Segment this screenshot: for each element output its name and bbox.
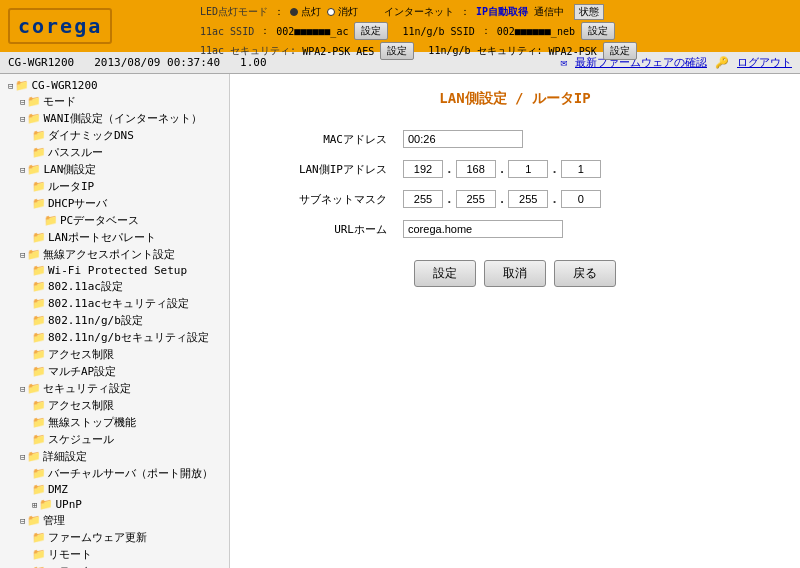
sidebar-item-pcdb[interactable]: 📁 PCデータベース	[0, 212, 229, 229]
sidebar-item-router-ip[interactable]: 📁 ルータIP	[0, 178, 229, 195]
sidebar-item-upnp[interactable]: ⊞ 📁 UPnP	[0, 497, 229, 512]
folder-icon-wap: 📁	[27, 248, 41, 261]
security-11n-label: 11n/g/b セキュリティ:	[428, 44, 542, 58]
sidebar-item-virtual-server[interactable]: 📁 バーチャルサーバ（ポート開放）	[0, 465, 229, 482]
folder-icon-remote: 📁	[32, 548, 46, 561]
security-11ac-set-button[interactable]: 設定	[380, 42, 414, 60]
sidebar-item-dmz[interactable]: 📁 DMZ	[0, 482, 229, 497]
led-off-radio[interactable]	[327, 8, 335, 16]
lan-ip-3-input[interactable]	[508, 160, 548, 178]
lan-ip-cell: . . .	[395, 154, 755, 184]
mac-label: MACアドレス	[275, 124, 395, 154]
ssid-11ac-set-button[interactable]: 設定	[354, 22, 388, 40]
sidebar-item-detail[interactable]: ⊟ 📁 詳細設定	[0, 448, 229, 465]
lan-ip-4-input[interactable]	[561, 160, 601, 178]
expand-icon-wan: ⊟	[20, 114, 25, 124]
sidebar-item-status[interactable]: 📁 ステータス	[0, 563, 229, 568]
colon2: ：	[460, 5, 470, 19]
sidebar-item-lan[interactable]: ⊟ 📁 LAN側設定	[0, 161, 229, 178]
lan-ip-1-input[interactable]	[403, 160, 443, 178]
internet-status: IP自動取得	[476, 5, 528, 19]
lan-ip-label: LAN側IPアドレス	[275, 154, 395, 184]
folder-icon-11ac: 📁	[32, 280, 46, 293]
folder-icon-upnp: 📁	[39, 498, 53, 511]
sidebar-sec-label: セキュリティ設定	[43, 381, 131, 396]
sidebar-fw-label: ファームウェア更新	[48, 530, 147, 545]
lan-ip-group: . . .	[403, 160, 747, 178]
sidebar-item-11ac-set[interactable]: 📁 802.11ac設定	[0, 278, 229, 295]
sidebar-ws-label: 無線ストップ機能	[48, 415, 136, 430]
sidebar-item-root[interactable]: ⊟ 📁 CG-WGR1200	[0, 78, 229, 93]
sidebar-pass-label: パススルー	[48, 145, 103, 160]
folder-icon-pass: 📁	[32, 146, 46, 159]
url-input[interactable]	[403, 220, 563, 238]
sidebar-routerip-label: ルータIP	[48, 179, 94, 194]
sidebar-item-mode[interactable]: ⊟ 📁 モード	[0, 93, 229, 110]
led-on-group[interactable]: 点灯	[290, 5, 321, 19]
sidebar-det-label: 詳細設定	[43, 449, 87, 464]
sidebar-item-mgmt[interactable]: ⊟ 📁 管理	[0, 512, 229, 529]
sidebar-dmz-label: DMZ	[48, 483, 68, 496]
expand-icon-sec: ⊟	[20, 384, 25, 394]
sidebar-item-wifi-protected[interactable]: 📁 Wi-Fi Protected Setup	[0, 263, 229, 278]
sidebar-item-access-restrict[interactable]: 📁 アクセス制限	[0, 397, 229, 414]
colon3: ：	[260, 24, 270, 38]
set-button[interactable]: 設定	[414, 260, 476, 287]
led-off-group[interactable]: 消灯	[327, 5, 358, 19]
settings-form: MACアドレス LAN側IPアドレス . . .	[275, 124, 755, 244]
sidebar-item-dynamic-dns[interactable]: 📁 ダイナミックDNS	[0, 127, 229, 144]
sidebar-item-wireless-stop[interactable]: 📁 無線ストップ機能	[0, 414, 229, 431]
sidebar-item-wan[interactable]: ⊟ 📁 WANI側設定（インターネット）	[0, 110, 229, 127]
subnet-1-input[interactable]	[403, 190, 443, 208]
sidebar-item-passthrough[interactable]: 📁 パススルー	[0, 144, 229, 161]
sidebar-item-access-control[interactable]: 📁 アクセス制限	[0, 346, 229, 363]
folder-icon-11n: 📁	[32, 314, 46, 327]
sidebar-item-lan-port[interactable]: 📁 LANポートセパレート	[0, 229, 229, 246]
sidebar-item-firmware[interactable]: 📁 ファームウェア更新	[0, 529, 229, 546]
folder-icon-wps: 📁	[32, 264, 46, 277]
folder-icon-dns: 📁	[32, 129, 46, 142]
sidebar-11n-sec-label: 802.11n/g/bセキュリティ設定	[48, 330, 209, 345]
led-on-label: 点灯	[301, 5, 321, 19]
subnet-dot-1: .	[446, 193, 453, 206]
sidebar-wap-label: 無線アクセスポイント設定	[43, 247, 175, 262]
security-11n-set-button[interactable]: 設定	[603, 42, 637, 60]
expand-icon: ⊟	[8, 81, 13, 91]
led-off-label: 消灯	[338, 5, 358, 19]
expand-icon-mgmt: ⊟	[20, 516, 25, 526]
expand-icon-mode: ⊟	[20, 97, 25, 107]
mac-row: MACアドレス	[275, 124, 755, 154]
sidebar-item-dhcp[interactable]: 📁 DHCPサーバ	[0, 195, 229, 212]
logo: corega	[8, 8, 112, 44]
sidebar-item-multi-ap[interactable]: 📁 マルチAP設定	[0, 363, 229, 380]
sidebar-wan-label: WANI側設定（インターネット）	[43, 111, 202, 126]
folder-icon-mgmt: 📁	[27, 514, 41, 527]
sidebar-item-security[interactable]: ⊟ 📁 セキュリティ設定	[0, 380, 229, 397]
folder-icon-ac: 📁	[32, 348, 46, 361]
dot-3: .	[551, 163, 558, 176]
ssid-11n-set-button[interactable]: 設定	[581, 22, 615, 40]
sidebar-item-wireless-ap[interactable]: ⊟ 📁 無線アクセスポイント設定	[0, 246, 229, 263]
cancel-button[interactable]: 取消	[484, 260, 546, 287]
sidebar-item-11n-security[interactable]: 📁 802.11n/g/bセキュリティ設定	[0, 329, 229, 346]
ssid-11n-value: 002■■■■■■_neb	[497, 26, 575, 37]
led-label: LED点灯モード	[200, 5, 268, 19]
folder-icon-ws: 📁	[32, 416, 46, 429]
colon4: ：	[481, 24, 491, 38]
sidebar-item-schedule[interactable]: 📁 スケジュール	[0, 431, 229, 448]
lan-ip-2-input[interactable]	[456, 160, 496, 178]
sidebar-item-11n-set[interactable]: 📁 802.11n/g/b設定	[0, 312, 229, 329]
subnet-3-input[interactable]	[508, 190, 548, 208]
internet-state: 通信中	[534, 5, 564, 19]
back-button[interactable]: 戻る	[554, 260, 616, 287]
ssid-11ac-label: 11ac SSID	[200, 26, 254, 37]
subnet-2-input[interactable]	[456, 190, 496, 208]
sidebar-item-remote[interactable]: 📁 リモート	[0, 546, 229, 563]
led-on-radio[interactable]	[290, 8, 298, 16]
sidebar-mgmt-label: 管理	[43, 513, 65, 528]
mac-input[interactable]	[403, 130, 523, 148]
sidebar-item-11ac-security[interactable]: 📁 802.11acセキュリティ設定	[0, 295, 229, 312]
subnet-4-input[interactable]	[561, 190, 601, 208]
security-11ac-value: WPA2-PSK	[302, 46, 350, 57]
status-label: 状態	[574, 4, 604, 20]
